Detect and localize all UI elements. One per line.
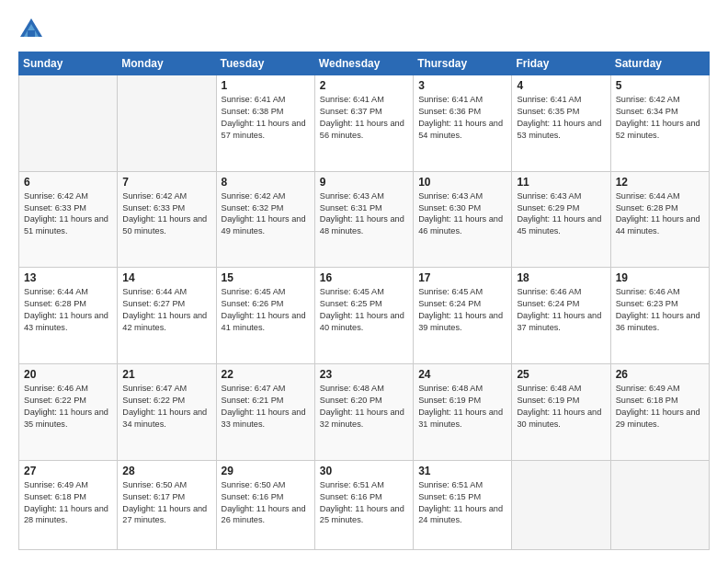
day-number: 7 — [122, 176, 210, 189]
cell-info: Sunrise: 6:49 AMSunset: 6:18 PMDaylight:… — [24, 480, 108, 525]
cell-info: Sunrise: 6:47 AMSunset: 6:22 PMDaylight:… — [122, 384, 207, 429]
calendar-cell: 18Sunrise: 6:46 AMSunset: 6:24 PMDayligh… — [512, 268, 610, 364]
cell-info: Sunrise: 6:49 AMSunset: 6:18 PMDaylight:… — [616, 384, 700, 429]
day-number: 11 — [517, 176, 605, 189]
day-number: 25 — [517, 368, 605, 381]
day-number: 9 — [320, 176, 408, 189]
calendar-cell: 19Sunrise: 6:46 AMSunset: 6:23 PMDayligh… — [610, 268, 709, 364]
day-number: 24 — [418, 368, 506, 381]
calendar-cell: 27Sunrise: 6:49 AMSunset: 6:18 PMDayligh… — [19, 460, 118, 549]
calendar-week-5: 27Sunrise: 6:49 AMSunset: 6:18 PMDayligh… — [19, 460, 710, 549]
calendar-cell — [512, 460, 610, 549]
weekday-header-saturday: Saturday — [610, 52, 709, 75]
calendar-week-4: 20Sunrise: 6:46 AMSunset: 6:22 PMDayligh… — [19, 364, 710, 461]
cell-info: Sunrise: 6:42 AMSunset: 6:32 PMDaylight:… — [222, 191, 306, 236]
cell-info: Sunrise: 6:46 AMSunset: 6:24 PMDaylight:… — [517, 287, 601, 332]
day-number: 12 — [616, 176, 704, 189]
cell-info: Sunrise: 6:44 AMSunset: 6:28 PMDaylight:… — [24, 287, 108, 332]
cell-info: Sunrise: 6:41 AMSunset: 6:35 PMDaylight:… — [517, 95, 601, 140]
calendar-cell: 21Sunrise: 6:47 AMSunset: 6:22 PMDayligh… — [118, 364, 216, 461]
cell-info: Sunrise: 6:44 AMSunset: 6:28 PMDaylight:… — [616, 191, 700, 236]
calendar-cell: 7Sunrise: 6:42 AMSunset: 6:33 PMDaylight… — [118, 171, 216, 268]
cell-info: Sunrise: 6:46 AMSunset: 6:23 PMDaylight:… — [616, 287, 700, 332]
day-number: 26 — [616, 368, 704, 381]
calendar-cell — [118, 75, 216, 172]
header — [18, 17, 710, 42]
calendar-cell: 29Sunrise: 6:50 AMSunset: 6:16 PMDayligh… — [216, 460, 314, 549]
cell-info: Sunrise: 6:43 AMSunset: 6:30 PMDaylight:… — [418, 191, 503, 236]
cell-info: Sunrise: 6:43 AMSunset: 6:31 PMDaylight:… — [320, 191, 404, 236]
day-number: 16 — [320, 271, 408, 284]
calendar-cell: 20Sunrise: 6:46 AMSunset: 6:22 PMDayligh… — [19, 364, 118, 461]
calendar-week-2: 6Sunrise: 6:42 AMSunset: 6:33 PMDaylight… — [19, 171, 710, 268]
weekday-header-wednesday: Wednesday — [314, 52, 413, 75]
cell-info: Sunrise: 6:51 AMSunset: 6:16 PMDaylight:… — [320, 480, 404, 525]
day-number: 15 — [222, 271, 310, 284]
cell-info: Sunrise: 6:50 AMSunset: 6:17 PMDaylight:… — [122, 480, 207, 525]
calendar-table: SundayMondayTuesdayWednesdayThursdayFrid… — [18, 52, 710, 550]
logo — [18, 17, 50, 42]
calendar-cell — [610, 460, 709, 549]
cell-info: Sunrise: 6:44 AMSunset: 6:27 PMDaylight:… — [122, 287, 207, 332]
day-number: 4 — [517, 79, 605, 92]
calendar-cell: 4Sunrise: 6:41 AMSunset: 6:35 PMDaylight… — [512, 75, 610, 172]
cell-info: Sunrise: 6:45 AMSunset: 6:24 PMDaylight:… — [418, 287, 503, 332]
cell-info: Sunrise: 6:46 AMSunset: 6:22 PMDaylight:… — [24, 384, 108, 429]
page: SundayMondayTuesdayWednesdayThursdayFrid… — [0, 0, 728, 563]
calendar-cell: 9Sunrise: 6:43 AMSunset: 6:31 PMDaylight… — [314, 171, 413, 268]
calendar-cell: 2Sunrise: 6:41 AMSunset: 6:37 PMDaylight… — [314, 75, 413, 172]
cell-info: Sunrise: 6:43 AMSunset: 6:29 PMDaylight:… — [517, 191, 601, 236]
cell-info: Sunrise: 6:47 AMSunset: 6:21 PMDaylight:… — [222, 384, 306, 429]
day-number: 5 — [616, 79, 704, 92]
calendar-cell: 10Sunrise: 6:43 AMSunset: 6:30 PMDayligh… — [414, 171, 512, 268]
calendar-cell: 28Sunrise: 6:50 AMSunset: 6:17 PMDayligh… — [118, 460, 216, 549]
cell-info: Sunrise: 6:48 AMSunset: 6:19 PMDaylight:… — [517, 384, 601, 429]
svg-rect-2 — [28, 30, 35, 37]
weekday-header-monday: Monday — [118, 52, 216, 75]
day-number: 3 — [418, 79, 506, 92]
day-number: 31 — [418, 465, 506, 477]
day-number: 22 — [222, 368, 310, 381]
calendar-cell: 30Sunrise: 6:51 AMSunset: 6:16 PMDayligh… — [314, 460, 413, 549]
calendar-cell: 5Sunrise: 6:42 AMSunset: 6:34 PMDaylight… — [610, 75, 709, 172]
cell-info: Sunrise: 6:41 AMSunset: 6:36 PMDaylight:… — [418, 95, 503, 140]
calendar-cell: 22Sunrise: 6:47 AMSunset: 6:21 PMDayligh… — [216, 364, 314, 461]
day-number: 14 — [122, 271, 210, 284]
day-number: 2 — [320, 79, 408, 92]
cell-info: Sunrise: 6:45 AMSunset: 6:26 PMDaylight:… — [222, 287, 306, 332]
calendar-week-3: 13Sunrise: 6:44 AMSunset: 6:28 PMDayligh… — [19, 268, 710, 364]
day-number: 28 — [122, 465, 210, 477]
calendar-cell: 17Sunrise: 6:45 AMSunset: 6:24 PMDayligh… — [414, 268, 512, 364]
calendar-cell: 13Sunrise: 6:44 AMSunset: 6:28 PMDayligh… — [19, 268, 118, 364]
calendar-cell: 24Sunrise: 6:48 AMSunset: 6:19 PMDayligh… — [414, 364, 512, 461]
day-number: 27 — [24, 465, 112, 477]
cell-info: Sunrise: 6:45 AMSunset: 6:25 PMDaylight:… — [320, 287, 404, 332]
cell-info: Sunrise: 6:48 AMSunset: 6:20 PMDaylight:… — [320, 384, 404, 429]
calendar-cell: 3Sunrise: 6:41 AMSunset: 6:36 PMDaylight… — [414, 75, 512, 172]
weekday-header-friday: Friday — [512, 52, 610, 75]
cell-info: Sunrise: 6:48 AMSunset: 6:19 PMDaylight:… — [418, 384, 503, 429]
weekday-header-tuesday: Tuesday — [216, 52, 314, 75]
day-number: 29 — [222, 465, 310, 477]
day-number: 10 — [418, 176, 506, 189]
weekday-header-sunday: Sunday — [19, 52, 118, 75]
calendar-cell: 14Sunrise: 6:44 AMSunset: 6:27 PMDayligh… — [118, 268, 216, 364]
day-number: 8 — [222, 176, 310, 189]
calendar-week-1: 1Sunrise: 6:41 AMSunset: 6:38 PMDaylight… — [19, 75, 710, 172]
calendar-cell: 6Sunrise: 6:42 AMSunset: 6:33 PMDaylight… — [19, 171, 118, 268]
cell-info: Sunrise: 6:41 AMSunset: 6:38 PMDaylight:… — [222, 95, 306, 140]
calendar-cell: 23Sunrise: 6:48 AMSunset: 6:20 PMDayligh… — [314, 364, 413, 461]
calendar-cell — [19, 75, 118, 172]
day-number: 6 — [24, 176, 112, 189]
cell-info: Sunrise: 6:41 AMSunset: 6:37 PMDaylight:… — [320, 95, 404, 140]
calendar-cell: 16Sunrise: 6:45 AMSunset: 6:25 PMDayligh… — [314, 268, 413, 364]
calendar-cell: 26Sunrise: 6:49 AMSunset: 6:18 PMDayligh… — [610, 364, 709, 461]
weekday-header-row: SundayMondayTuesdayWednesdayThursdayFrid… — [19, 52, 710, 75]
calendar-cell: 25Sunrise: 6:48 AMSunset: 6:19 PMDayligh… — [512, 364, 610, 461]
day-number: 21 — [122, 368, 210, 381]
cell-info: Sunrise: 6:42 AMSunset: 6:33 PMDaylight:… — [122, 191, 207, 236]
day-number: 1 — [222, 79, 310, 92]
calendar-cell: 31Sunrise: 6:51 AMSunset: 6:15 PMDayligh… — [414, 460, 512, 549]
day-number: 18 — [517, 271, 605, 284]
day-number: 23 — [320, 368, 408, 381]
